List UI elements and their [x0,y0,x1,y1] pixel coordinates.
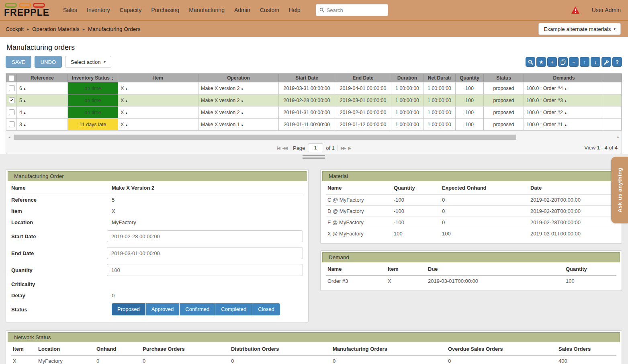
row-checkbox[interactable] [9,121,15,127]
breadcrumb-bar: Cockpit ▸ Operation Materials ▸ Manufact… [0,20,628,37]
start-date-input[interactable] [107,230,303,242]
material-panel-title: Material [322,171,620,181]
menu-admin[interactable]: Admin [229,7,255,13]
col-inventory-status[interactable]: Inventory Status▲▼ [68,74,118,82]
context-caret-icon[interactable]: ▸ [565,111,567,115]
col-operation[interactable]: Operation [198,74,279,82]
network-col-overdue-sales-orders: Overdue Sales Orders [446,343,557,355]
row-checkbox[interactable] [9,109,15,115]
col-item[interactable]: Item [118,74,198,82]
col-status[interactable]: Status [484,74,524,82]
mo-start-date-label: Start Date [11,233,107,239]
add-row-button[interactable]: + [547,57,557,67]
col-reference[interactable]: Reference [17,74,68,82]
frepple-logo[interactable]: FREPPLE [4,2,49,18]
col-net-duration[interactable]: Net Durati [423,74,456,82]
menu-custom[interactable]: Custom [255,7,284,13]
customize-wrench-button[interactable] [601,57,611,67]
row-checkbox-checked[interactable]: ✔ [9,97,15,103]
copy-rows-button[interactable] [558,57,568,67]
context-caret-icon[interactable]: ▸ [242,111,244,115]
context-caret-icon[interactable]: ▸ [24,99,26,103]
context-caret-icon[interactable]: ▸ [126,87,128,91]
menu-purchasing[interactable]: Purchasing [146,7,184,13]
select-all-header[interactable] [6,74,17,82]
user-menu[interactable]: User Admin [592,7,621,13]
breadcrumb-manufacturing-orders[interactable]: Manufacturing Orders [88,26,141,32]
pager-prev-icon[interactable]: ◀◀ [282,146,287,150]
export-button[interactable]: ↓ [591,57,600,67]
context-caret-icon[interactable]: ▸ [126,123,128,127]
breadcrumb-sep-icon: ▸ [27,27,29,31]
delete-rows-button[interactable]: − [569,57,579,67]
pager-next-icon[interactable]: ▶▶ [341,146,345,150]
status-option-proposed[interactable]: Proposed [112,303,146,315]
context-caret-icon[interactable]: ▸ [126,111,128,115]
status-option-completed[interactable]: Completed [215,303,252,315]
col-demands[interactable]: Demands [524,74,604,82]
select-all-checkbox[interactable] [8,75,14,81]
grid-row: 6▸ on time X▸ Make X version 2▸ 2019-03-… [6,82,622,94]
menu-sales[interactable]: Sales [58,7,82,13]
mo-status-label: Status [11,307,112,313]
col-end-date[interactable]: End Date [335,74,391,82]
grid-toolbar: ★ + − ↑ ↓ ? [526,57,622,67]
col-duration[interactable]: Duration [391,74,423,82]
end-date-input[interactable] [107,247,303,259]
quantity-input[interactable] [107,264,303,276]
page-number-input[interactable] [308,143,323,152]
resize-grip-handle[interactable] [303,155,325,159]
status-option-approved[interactable]: Approved [146,303,180,315]
grid-row: 3▸ 11 days late X▸ Make X version 1▸ 201… [6,119,622,131]
save-button[interactable]: SAVE [6,56,31,68]
select-action-dropdown[interactable]: Select action ▾ [65,56,111,68]
network-col-sales-orders: Sales Orders [557,343,616,355]
scrollbar-thumb[interactable] [14,135,516,140]
context-caret-icon[interactable]: ▸ [242,87,244,91]
col-quantity[interactable]: Quantity [456,74,484,82]
undo-button[interactable]: UNDO [35,56,62,68]
breadcrumb-operation-materials[interactable]: Operation Materials [32,26,80,32]
warning-icon[interactable] [571,6,580,14]
context-caret-icon[interactable]: ▸ [565,123,567,127]
manufacturing-order-panel-title: Manufacturing Order [8,171,307,181]
help-button[interactable]: ? [612,57,622,67]
import-button[interactable]: ↑ [580,57,589,67]
network-col-location: Location [37,343,95,355]
network-col-distribution-orders: Distribution Orders [229,343,331,355]
example-alternate-materials-dropdown[interactable]: Example alternate materials ▾ [538,23,621,35]
pager-last-icon[interactable]: ▶| [348,146,350,150]
status-option-confirmed[interactable]: Confirmed [180,303,215,315]
search-input[interactable] [327,7,385,13]
mo-delay-value: 0 [112,292,303,299]
chevron-down-icon: ▾ [614,27,616,31]
material-row: C @ MyFactory-10002019-02-28T00:00:00 [326,194,616,205]
status-option-closed[interactable]: Closed [252,303,280,315]
menu-inventory[interactable]: Inventory [82,7,115,13]
context-caret-icon[interactable]: ▸ [126,99,128,103]
material-col-quantity: Quantity [392,182,440,194]
ask-us-anything-tab[interactable]: Ask us anything [611,157,628,223]
favorites-button[interactable]: ★ [536,57,546,67]
context-caret-icon[interactable]: ▸ [242,99,244,103]
search-filter-button[interactable] [526,57,535,67]
pager-first-icon[interactable]: |◀ [277,146,279,150]
top-navbar: FREPPLE Sales Inventory Capacity Purchas… [0,0,628,20]
col-start-date[interactable]: Start Date [279,74,335,82]
network-col-onhand: Onhand [95,343,141,355]
context-caret-icon[interactable]: ▸ [24,87,26,91]
context-caret-icon[interactable]: ▸ [24,111,26,115]
context-caret-icon[interactable]: ▸ [242,123,244,127]
menu-capacity[interactable]: Capacity [115,7,146,13]
breadcrumb-cockpit[interactable]: Cockpit [6,26,24,32]
material-col-date: Date [529,182,616,194]
scroll-right-icon[interactable]: ▸ [617,135,619,140]
grid-header-row: Reference Inventory Status▲▼ Item Operat… [6,74,622,82]
scroll-left-icon[interactable]: ◂ [8,135,10,140]
menu-manufacturing[interactable]: Manufacturing [184,7,229,13]
context-caret-icon[interactable]: ▸ [565,87,567,91]
menu-help[interactable]: Help [284,7,305,13]
context-caret-icon[interactable]: ▸ [565,99,567,103]
context-caret-icon[interactable]: ▸ [24,123,26,127]
row-checkbox[interactable] [9,85,15,91]
